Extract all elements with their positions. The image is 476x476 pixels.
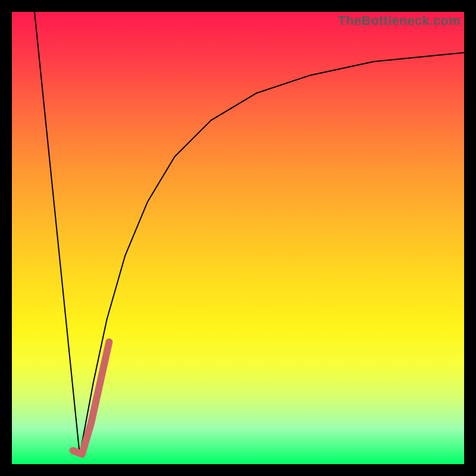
plot-area: TheBottleneck.com: [12, 12, 464, 464]
series-left-descent: [35, 12, 80, 455]
series-right-curve: [80, 52, 464, 455]
chart-frame: TheBottleneck.com: [0, 0, 476, 476]
chart-svg: [12, 12, 464, 464]
